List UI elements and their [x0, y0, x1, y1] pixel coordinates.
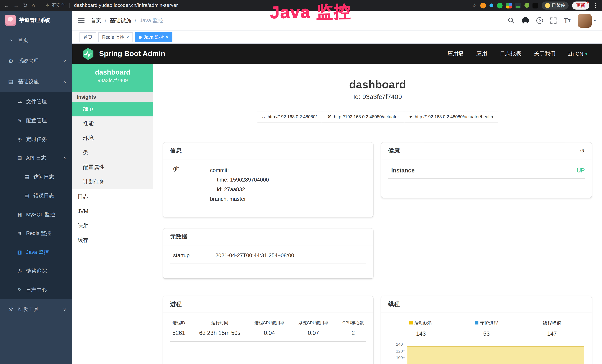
history-icon[interactable]: ↺ — [580, 147, 585, 154]
metadata-card: 元数据 startup 2021-04-27T00:44:31.254+08:0… — [163, 228, 373, 278]
sidebar-item-config[interactable]: ✎ 配置管理 — [0, 111, 72, 130]
tab-home[interactable]: 首页 — [80, 32, 97, 42]
sidebar-item-api-log[interactable]: ▤ API 日志 ∧ — [0, 149, 72, 167]
home-icon[interactable]: ⌂ — [32, 3, 35, 8]
health-instance-row[interactable]: Instance UP — [388, 165, 585, 179]
sba-item-environment[interactable]: 环境 — [72, 131, 153, 146]
gear-icon: ⚙ — [7, 58, 14, 64]
sba-item-mappings[interactable]: 映射 — [72, 218, 153, 233]
chevron-up-icon: ∧ — [63, 80, 66, 84]
security-label: 不安全 — [51, 2, 65, 9]
sba-main: dashboard Id: 93a3fc7f7409 ⌂ http://192.… — [153, 64, 602, 364]
sidebar-item-label: 文件管理 — [26, 98, 47, 105]
legend-label: 活动线程 — [414, 320, 432, 326]
cell-value: 0.07 — [298, 330, 328, 336]
security-chip[interactable]: ⚠ 不安全 — [45, 2, 65, 9]
sba-item-details[interactable]: 细节 — [72, 102, 153, 117]
blue-swatch-icon — [475, 321, 478, 324]
breadcrumb-infra[interactable]: 基础设施 — [110, 17, 131, 24]
forward-icon[interactable]: → — [13, 3, 19, 8]
sidebar-item-file[interactable]: ☁ 文件管理 — [0, 92, 72, 111]
monitor-chart-icon: ▥ — [17, 249, 23, 255]
bookmark-star-icon[interactable]: ☆ — [472, 3, 477, 8]
update-label: 更新 — [576, 2, 585, 8]
instance-name: dashboard — [72, 68, 153, 76]
paused-label: 已暂停 — [552, 2, 565, 8]
sba-item-configprops[interactable]: 配置属性 — [72, 160, 153, 175]
tab-java[interactable]: Java 监控 × — [135, 32, 172, 42]
screen: ← → ↻ ⌂ ⚠ 不安全 dashboard.yudao.iocoder.cn… — [0, 0, 602, 364]
sidebar-item-error-log[interactable]: ▤ 错误日志 — [0, 186, 72, 205]
user-menu[interactable]: ▾ — [578, 14, 596, 28]
paused-badge[interactable]: 已暂停 — [542, 1, 569, 9]
sidebar-item-java[interactable]: ▥ Java 监控 — [0, 243, 72, 261]
browser-update-button[interactable]: 更新 — [572, 1, 589, 9]
service-url-button[interactable]: ⌂ http://192.168.0.2:48080/ — [257, 111, 322, 122]
sba-item-scheduledtasks[interactable]: 计划任务 — [72, 175, 153, 189]
sidebar-item-job[interactable]: ◴ 定时任务 — [0, 130, 72, 149]
tab-label: Java 监控 — [144, 34, 164, 40]
browser-menu-icon[interactable]: ⋮ — [593, 3, 598, 8]
help-icon[interactable]: ? — [536, 17, 543, 24]
sidebar-item-infra[interactable]: ▤ 基础设施 ∧ — [0, 71, 72, 92]
fullscreen-icon[interactable] — [550, 17, 557, 24]
breadcrumb-home[interactable]: 首页 — [91, 17, 101, 24]
page-subtitle: Id: 93a3fc7f7409 — [153, 93, 602, 101]
proxy-on-extension-icon[interactable] — [515, 2, 521, 8]
sidebar-item-system[interactable]: ⚙ 系统管理 ∨ — [0, 51, 72, 71]
process-card: 进程 进程ID 5261 运行时间 6d 23h 15m 59s — [163, 296, 373, 364]
sidebar-item-label: Redis 监控 — [26, 230, 51, 237]
heart-icon: ♥ — [409, 114, 412, 119]
y-tick: 100 — [388, 356, 403, 362]
sidebar-item-home[interactable]: ◔ 首页 — [0, 30, 72, 51]
sidebar-item-access-log[interactable]: ▤ 访问日志 — [0, 167, 72, 186]
sidebar-item-devtools[interactable]: ⚒ 研发工具 ∨ — [0, 299, 72, 320]
font-size-icon[interactable]: T T — [564, 17, 570, 24]
leaf-extension-icon[interactable] — [524, 3, 529, 8]
sba-item-jvm[interactable]: JVM — [72, 204, 153, 219]
search-icon[interactable] — [508, 17, 515, 24]
sba-nav-wallboard[interactable]: 应用墙 — [448, 50, 464, 57]
sba-item-metrics[interactable]: 性能 — [72, 116, 153, 131]
tab-redis[interactable]: Redis 监控 × — [98, 32, 133, 42]
back-icon[interactable]: ← — [4, 3, 9, 8]
grid-extension-icon[interactable] — [506, 2, 512, 8]
instance-header[interactable]: dashboard 93a3fc7f7409 — [72, 64, 153, 92]
address-bar[interactable]: dashboard.yudao.iocoder.cn/infra/admin-s… — [74, 3, 178, 8]
health-url-label: http://192.168.0.2:48080/actuator/health — [415, 114, 493, 119]
sba-item-classes[interactable]: 类 — [72, 146, 153, 160]
sidebar-item-trace[interactable]: ◎ 链路追踪 — [0, 261, 72, 280]
reload-icon[interactable]: ↻ — [23, 3, 27, 8]
actuator-url-button[interactable]: ⚒ http://192.168.0.2:48080/actuator — [322, 111, 404, 122]
health-url-button[interactable]: ♥ http://192.168.0.2:48080/actuator/heal… — [404, 111, 499, 122]
sba-nav-about[interactable]: 关于我们 — [534, 50, 556, 57]
legend-label: 线程峰值 — [543, 320, 561, 326]
git-commit-time: time: 1596289704000 — [210, 175, 269, 185]
sidebar-item-label: 配置管理 — [26, 117, 47, 124]
puzzle-extension-icon[interactable] — [532, 2, 538, 8]
sidebar-item-mysql[interactable]: ▦ MySQL 监控 — [0, 205, 72, 224]
card-title: 信息 — [170, 147, 182, 154]
app-logo — [5, 15, 16, 26]
close-icon[interactable]: × — [126, 35, 129, 40]
sidebar-item-redis[interactable]: ≋ Redis 监控 — [0, 224, 72, 243]
git-commit: commit: — [210, 166, 269, 175]
sba-nav-journal[interactable]: 日志报表 — [500, 50, 521, 57]
tab-label: Redis 监控 — [102, 34, 124, 40]
threads-legend: 活动线程 守护进程 线程峰值 — [388, 320, 585, 326]
orange-extension-icon[interactable] — [480, 2, 486, 8]
sba-nav-applications[interactable]: 应用 — [476, 50, 487, 57]
git-branch: branch: master — [210, 194, 269, 204]
breadcrumb: 首页 / 基础设施 / Java 监控 — [91, 17, 163, 24]
sba-item-logs[interactable]: 日志 — [72, 189, 153, 204]
sba-item-caches[interactable]: 缓存 — [72, 233, 153, 248]
hamburger-button[interactable] — [72, 11, 90, 31]
water-drop-extension-icon[interactable] — [489, 3, 493, 7]
green-circle-extension-icon[interactable] — [497, 2, 502, 8]
locale-selector[interactable]: zh-CN ▾ — [568, 51, 587, 57]
spring-boot-admin-logo-icon — [82, 47, 94, 60]
close-icon[interactable]: × — [166, 35, 169, 40]
legend-label: 守护进程 — [480, 320, 498, 326]
sidebar-item-log-center[interactable]: ✎ 日志中心 — [0, 280, 72, 299]
github-icon[interactable] — [522, 17, 529, 24]
